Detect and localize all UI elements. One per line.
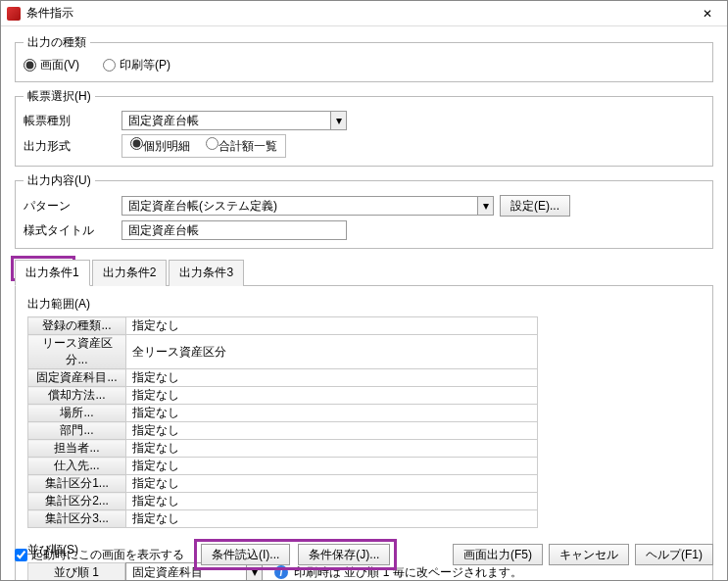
style-title-field[interactable]: 固定資産台帳 [121, 220, 347, 240]
window-title: 条件指示 [26, 5, 73, 22]
range-key-button[interactable]: 場所... [28, 405, 126, 422]
range-value: 指定なし [126, 493, 538, 510]
range-key-button[interactable]: 登録の種類... [28, 317, 126, 335]
radio-summary[interactable]: 合計額一覧 [206, 137, 277, 155]
report-select-group: 帳票選択(H) 帳票種別 固定資産台帳▾ 出力形式 個別明細 合計額一覧 [15, 88, 713, 167]
range-value: 指定なし [126, 317, 538, 335]
report-select-legend: 帳票選択(H) [24, 88, 95, 105]
range-key-button[interactable]: 集計区分3... [28, 510, 126, 528]
radio-screen[interactable]: 画面(V) [24, 57, 79, 73]
range-key-button[interactable]: 集計区分1... [28, 475, 126, 493]
range-value: 指定なし [126, 440, 538, 458]
tab-condition-1[interactable]: 出力条件1 [15, 260, 90, 286]
close-button[interactable]: ✕ [694, 4, 721, 24]
range-value: 指定なし [126, 458, 538, 475]
report-kind-combo[interactable]: 固定資産台帳▾ [121, 111, 347, 130]
radio-print[interactable]: 印刷等(P) [103, 57, 170, 73]
help-button[interactable]: ヘルプ(F1) [635, 544, 713, 565]
output-content-legend: 出力内容(U) [24, 172, 95, 189]
range-value: 指定なし [126, 387, 538, 405]
tab-pane: 出力範囲(A) 登録の種類...指定なしリース資産区分...全リース資産区分固定… [15, 286, 713, 581]
range-key-button[interactable]: 固定資産科目... [28, 369, 126, 387]
range-key-button[interactable]: リース資産区分... [28, 335, 126, 369]
chevron-down-icon: ▾ [330, 112, 346, 129]
tab-bar: 出力条件1 出力条件2 出力条件3 [15, 259, 713, 286]
load-conditions-button[interactable]: 条件読込(I)... [201, 544, 290, 565]
output-content-group: 出力内容(U) パターン 固定資産台帳(システム定義)▾ 設定(E)... 様式… [15, 172, 713, 249]
range-table: 登録の種類...指定なしリース資産区分...全リース資産区分固定資産科目...指… [27, 316, 538, 528]
output-type-group: 出力の種類 画面(V) 印刷等(P) [15, 34, 713, 82]
style-title-label: 様式タイトル [24, 222, 121, 239]
highlight-marker: 条件読込(I)... 条件保存(J)... [194, 539, 397, 570]
startup-checkbox[interactable]: 起動時にこの画面を表示する [15, 547, 184, 563]
range-key-button[interactable]: 仕入先... [28, 458, 126, 475]
app-icon [7, 7, 21, 21]
range-value: 指定なし [126, 422, 538, 440]
report-kind-label: 帳票種別 [24, 113, 121, 129]
output-type-legend: 出力の種類 [24, 34, 90, 51]
pattern-label: パターン [24, 198, 121, 215]
settings-button[interactable]: 設定(E)... [500, 195, 570, 217]
range-key-button[interactable]: 担当者... [28, 440, 126, 458]
range-key-button[interactable]: 償却方法... [28, 387, 126, 405]
range-value: 指定なし [126, 510, 538, 528]
chevron-down-icon: ▾ [477, 197, 493, 215]
tab-condition-3[interactable]: 出力条件3 [169, 260, 244, 286]
range-value: 全リース資産区分 [126, 335, 538, 369]
footer: 起動時にこの画面を表示する 条件読込(I)... 条件保存(J)... 画面出力… [1, 539, 727, 570]
range-key-button[interactable]: 部門... [28, 422, 126, 440]
tab-condition-2[interactable]: 出力条件2 [92, 260, 168, 286]
radio-detail[interactable]: 個別明細 [130, 137, 190, 155]
range-value: 指定なし [126, 369, 538, 387]
save-conditions-button[interactable]: 条件保存(J)... [298, 544, 390, 565]
cancel-button[interactable]: キャンセル [549, 544, 629, 565]
screen-output-button[interactable]: 画面出力(F5) [453, 544, 543, 565]
range-value: 指定なし [126, 405, 538, 422]
titlebar: 条件指示 ✕ [1, 1, 727, 26]
output-format-label: 出力形式 [24, 138, 121, 155]
range-value: 指定なし [126, 475, 538, 493]
range-legend: 出力範囲(A) [27, 296, 701, 313]
range-key-button[interactable]: 集計区分2... [28, 493, 126, 510]
pattern-combo[interactable]: 固定資産台帳(システム定義)▾ [121, 196, 494, 216]
